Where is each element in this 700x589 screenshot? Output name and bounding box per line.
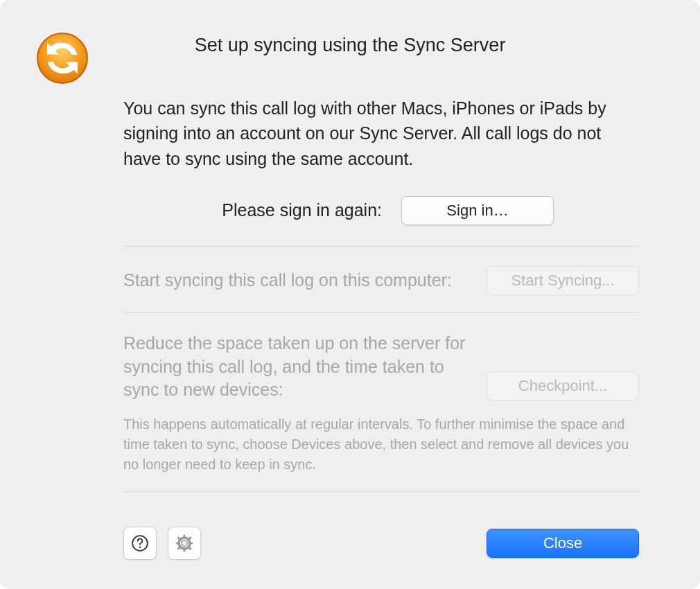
checkpoint-hint: This happens automatically at regular in… xyxy=(123,414,639,475)
signin-label: Please sign in again: xyxy=(209,199,382,222)
signin-button[interactable]: Sign in… xyxy=(401,196,554,225)
signin-row: Please sign in again: Sign in… xyxy=(123,196,639,225)
dialog-title: Set up syncing using the Sync Server xyxy=(35,35,665,56)
checkpoint-label: Reduce the space taken up on the server … xyxy=(123,332,467,402)
svg-point-2 xyxy=(139,546,141,548)
divider xyxy=(123,246,639,247)
close-button[interactable]: Close xyxy=(487,529,639,558)
checkpoint-row: Reduce the space taken up on the server … xyxy=(123,332,639,402)
intro-text: You can sync this call log with other Ma… xyxy=(123,96,639,171)
settings-button[interactable] xyxy=(168,527,201,560)
gear-icon xyxy=(175,534,194,553)
start-syncing-button: Start Syncing... xyxy=(487,266,639,295)
svg-point-13 xyxy=(182,541,187,546)
sync-setup-dialog: Set up syncing using the Sync Server You… xyxy=(0,0,700,589)
dialog-footer: Close xyxy=(123,527,639,560)
checkpoint-button: Checkpoint... xyxy=(487,371,639,401)
divider xyxy=(123,312,639,313)
start-sync-row: Start syncing this call log on this comp… xyxy=(123,266,639,295)
dialog-header: Set up syncing using the Sync Server xyxy=(0,0,700,86)
help-icon xyxy=(131,534,149,552)
dialog-content: You can sync this call log with other Ma… xyxy=(0,96,700,492)
divider xyxy=(123,491,639,492)
help-button[interactable] xyxy=(123,527,157,560)
start-sync-label: Start syncing this call log on this comp… xyxy=(123,269,467,292)
